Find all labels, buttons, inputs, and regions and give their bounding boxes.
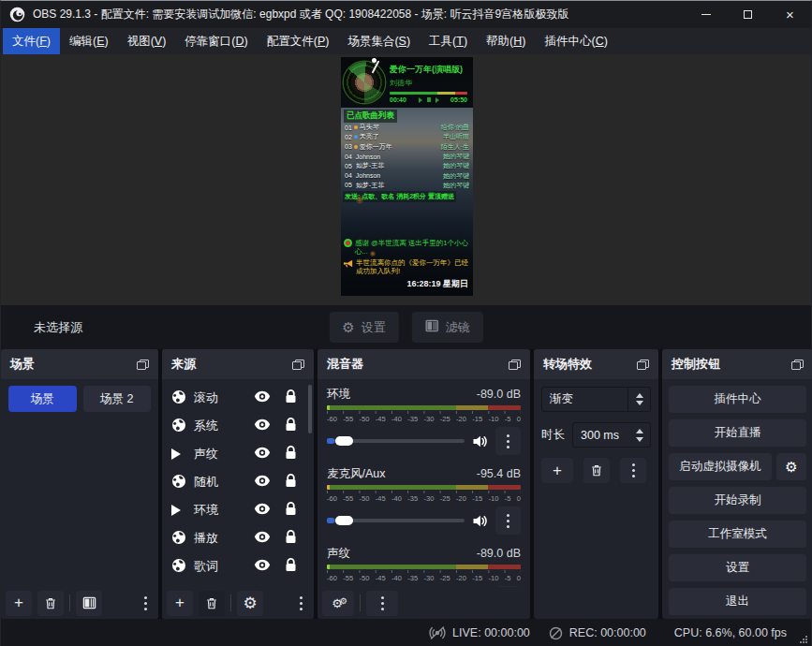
virtual-camera-settings-button[interactable]: ⚙	[776, 453, 806, 480]
mixer-menu-button[interactable]	[366, 591, 398, 616]
duration-spinner[interactable]: 300 ms	[572, 422, 651, 448]
menu-item[interactable]: 停靠窗口(D)	[175, 28, 257, 54]
volume-slider[interactable]	[327, 439, 465, 443]
lock-toggle[interactable]	[276, 502, 304, 519]
scene-item[interactable]: 场景 2	[83, 386, 152, 412]
channel-db: -89.0 dB	[477, 388, 521, 401]
clock-overlay: 16:28:19 星期日	[406, 278, 468, 290]
speaker-icon[interactable]	[472, 514, 488, 528]
sources-panel-header[interactable]: 来源	[162, 349, 314, 379]
start-streaming-button[interactable]: 开始直播	[669, 419, 806, 447]
menu-item[interactable]: 配置文件(P)	[258, 28, 339, 54]
channel-menu-button[interactable]	[495, 427, 521, 455]
obs-logo-icon	[9, 7, 25, 22]
menu-item[interactable]: 场景集合(S)	[338, 28, 420, 54]
song-title: 爱你一万年(演唱版)	[390, 64, 463, 76]
spin-down-icon[interactable]	[636, 437, 643, 442]
menu-item[interactable]: 文件(F)	[3, 28, 60, 54]
add-scene-button[interactable]: +	[6, 591, 32, 616]
scenes-menu-button[interactable]	[137, 591, 154, 616]
add-transition-button[interactable]: +	[541, 458, 573, 483]
menu-item[interactable]: 编辑(E)	[60, 28, 118, 54]
visibility-toggle[interactable]	[248, 503, 276, 518]
transition-menu-button[interactable]	[620, 458, 646, 483]
volume-slider[interactable]	[327, 519, 465, 522]
channel-menu-button[interactable]	[495, 507, 521, 535]
remove-transition-button[interactable]	[583, 458, 610, 483]
remove-source-button[interactable]	[199, 591, 225, 616]
transitions-panel-header[interactable]: 转场特效	[534, 349, 658, 379]
visibility-toggle[interactable]	[248, 418, 276, 433]
studio-mode-button[interactable]: 工作室模式	[669, 521, 806, 548]
menu-item[interactable]: 工具(T)	[420, 28, 477, 54]
lock-toggle[interactable]	[276, 389, 304, 406]
lock-icon	[285, 558, 297, 575]
start-virtual-camera-button[interactable]: 启动虚拟摄像机	[669, 453, 772, 480]
lock-icon	[285, 474, 297, 491]
scene-item[interactable]: 场景	[8, 386, 77, 412]
start-recording-button[interactable]: 开始录制	[669, 487, 806, 514]
controls-panel-header[interactable]: 控制按钮	[662, 349, 812, 379]
source-row[interactable]: 随机	[162, 468, 314, 496]
rec-status: REC: 00:00:00	[549, 626, 646, 640]
remove-scene-button[interactable]	[37, 591, 64, 616]
sources-scrollbar[interactable]	[308, 385, 312, 433]
lock-icon	[285, 502, 297, 519]
visibility-toggle[interactable]	[248, 559, 276, 574]
menu-item[interactable]: 插件中心(C)	[535, 28, 616, 54]
sources-menu-button[interactable]	[292, 591, 309, 616]
close-button[interactable]: ×	[769, 1, 811, 28]
scenes-panel-header[interactable]: 场景	[1, 349, 158, 379]
source-row[interactable]: 滚动	[162, 384, 314, 412]
source-row[interactable]: 系统	[162, 412, 314, 440]
popout-icon	[292, 360, 304, 370]
lock-toggle[interactable]	[276, 530, 304, 547]
plugin-center-button[interactable]: 插件中心	[669, 386, 806, 413]
broadcast-off-icon	[429, 625, 446, 640]
source-row[interactable]: 声纹	[162, 440, 314, 468]
dock-panels: 场景 场景 场景 2 +	[1, 349, 811, 619]
transition-select[interactable]: 渐变	[541, 387, 651, 412]
popout-icon	[509, 360, 521, 370]
resize-grip[interactable]	[800, 636, 807, 643]
lock-toggle[interactable]	[276, 446, 304, 462]
exit-button[interactable]: 退出	[669, 588, 806, 615]
scene-filters-button[interactable]	[76, 591, 102, 616]
eye-icon	[254, 531, 271, 546]
source-filters-button[interactable]: 滤镜	[412, 312, 483, 343]
lock-toggle[interactable]	[276, 558, 304, 575]
source-properties-button[interactable]: ⚙ 设置	[329, 312, 398, 343]
advanced-audio-button[interactable]: ⚙⚙	[322, 591, 354, 616]
lock-toggle[interactable]	[276, 418, 304, 434]
menu-item[interactable]: 帮助(H)	[477, 28, 535, 54]
preview-area[interactable]: 爱你一万年(演唱版) 刘德华 00:40 05:50 已点歌曲列表 01马头琴 …	[1, 54, 811, 305]
menu-item[interactable]: 视图(V)	[118, 28, 176, 54]
slider-handle[interactable]	[335, 436, 353, 446]
lock-toggle[interactable]	[276, 474, 304, 491]
lock-icon	[285, 530, 297, 547]
mixer-panel-header[interactable]: 混音器	[317, 349, 530, 379]
source-row[interactable]: 歌词	[162, 552, 314, 580]
playlist-row: 02天亮了 半山听雨	[341, 132, 473, 141]
visibility-toggle[interactable]	[248, 531, 276, 546]
source-properties-gear-button[interactable]: ⚙	[237, 591, 263, 616]
visibility-toggle[interactable]	[248, 475, 276, 490]
minimize-button[interactable]	[685, 1, 727, 28]
speaker-icon[interactable]	[472, 434, 488, 448]
playlist-row: 04Johnson 她的琴键	[341, 170, 473, 180]
settings-button[interactable]: 设置	[669, 554, 806, 581]
select-chevrons[interactable]	[627, 388, 650, 411]
visibility-toggle[interactable]	[248, 390, 276, 405]
maximize-button[interactable]	[727, 1, 769, 28]
source-row[interactable]: 环境	[162, 496, 314, 524]
slider-handle[interactable]	[335, 516, 353, 525]
spin-up-icon[interactable]	[636, 429, 643, 433]
window-title: OBS 29.1.3 - 配置文件: 需要安装调试加微信: egbxpd 或者 …	[33, 7, 568, 22]
add-source-button[interactable]: +	[167, 591, 193, 616]
chevron-down-icon	[636, 401, 643, 405]
popout-icon	[791, 360, 804, 370]
chevron-up-icon	[636, 393, 643, 398]
note-icon	[354, 135, 358, 139]
source-row[interactable]: 播放	[162, 524, 314, 552]
visibility-toggle[interactable]	[248, 447, 276, 462]
